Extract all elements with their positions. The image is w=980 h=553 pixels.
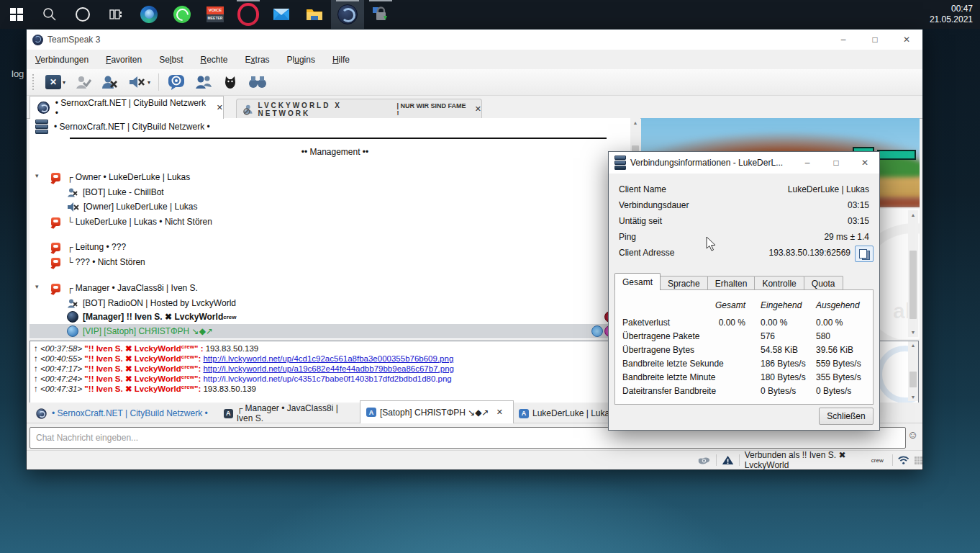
tab-erhalten[interactable]: Erhalten (707, 276, 756, 290)
image-link[interactable]: http://i.lvckyworld.net/up/a19c682e44fe4… (203, 364, 453, 373)
chat-line: ↑ <00:47:17> "!! Iven S. ✖ LvckyWorldcre… (34, 364, 454, 374)
whisper-button[interactable] (219, 72, 242, 92)
resize-grip[interactable] (915, 457, 922, 464)
task-view-button[interactable] (99, 0, 132, 29)
mute-microphone-button[interactable] (97, 72, 122, 92)
mail-button[interactable] (265, 0, 298, 29)
scrollbar-thumb[interactable] (909, 251, 917, 319)
server-tab-lvckyworld[interactable]: LVCKYWORLD X NETWORK | NUR WIR SIND FAME… (236, 99, 482, 119)
menu-hilfe[interactable]: Hilfe (324, 55, 358, 65)
collapse-icon[interactable]: ▾ (35, 172, 39, 179)
start-button[interactable] (0, 0, 33, 29)
minimize-button[interactable]: – (827, 30, 859, 50)
dialog-maximize-button[interactable]: □ (822, 152, 850, 174)
user-chillbot[interactable]: [BOT] Luke - ChillBot (30, 185, 640, 199)
chat-tab-label: ┌ Manager • JavaClass8i | Iven S. (237, 403, 355, 423)
user-satoph-selected[interactable]: [VIP] [Satoph] CHЯISTΦPH ↘◆↗ (30, 324, 640, 338)
image-link[interactable]: http://i.lvckyworld.net/up/c4351c7babe0f… (203, 374, 451, 383)
menu-rechte[interactable]: Rechte (192, 55, 237, 65)
scroll-up-icon[interactable]: ▲ (911, 210, 916, 217)
cloud-sync-icon[interactable] (697, 455, 711, 465)
user-iven[interactable]: [Manager] !! Iven S. ✖ LvckyWorld crew M (30, 310, 640, 324)
channel-owner[interactable]: ▾ ┌ Owner • LukeDerLuke | Lukas (30, 170, 640, 184)
file-explorer-button[interactable] (298, 0, 331, 29)
chat-tab-satoph[interactable]: A [Satoph] CHЯISTΦPH ↘◆↗ ✕ (360, 400, 514, 423)
windows-logo-icon (10, 8, 23, 21)
caret-down-icon[interactable]: ▾ (148, 79, 150, 86)
menu-favoriten[interactable]: Favoriten (97, 55, 150, 65)
stat-label: Dateitransfer Bandbreite (622, 386, 716, 396)
window-titlebar[interactable]: TeamSpeak 3 – □ ✕ (27, 30, 922, 50)
disconnect-button[interactable]: ✕▾ (42, 72, 68, 92)
mute-speakers-button[interactable]: ▾ (124, 72, 153, 92)
tab-sprache[interactable]: Sprache (660, 276, 708, 290)
clients-icon (194, 74, 213, 90)
chat-message-input[interactable] (30, 433, 905, 443)
close-tab-icon[interactable]: ✕ (475, 104, 481, 114)
dialog-close-button[interactable]: ✕ (850, 152, 879, 174)
server-tab-sernoxcraft[interactable]: • SernoxCraft.NET | CityBuild Netzwerk •… (30, 96, 224, 119)
tab-gesamt[interactable]: Gesamt (614, 273, 661, 290)
teamspeak-taskbar-button[interactable] (331, 0, 364, 29)
wifi-icon[interactable] (898, 455, 909, 465)
contacts-button[interactable] (164, 72, 189, 92)
user-radioon[interactable]: [BOT] RadioON | Hosted by LvckyWorld (30, 296, 640, 310)
edge-button[interactable] (132, 0, 165, 29)
warning-icon[interactable] (722, 454, 734, 466)
away-toggle-button[interactable] (71, 72, 94, 92)
scrollbar-thumb[interactable] (909, 372, 917, 387)
scroll-up-icon[interactable]: ▲ (633, 118, 638, 125)
channel-clients-button[interactable] (191, 72, 216, 92)
emoticon-button[interactable]: ☺ (907, 428, 918, 441)
scroll-up-icon[interactable]: ▲ (911, 341, 916, 348)
edge-icon (140, 6, 158, 23)
search-icon (42, 6, 58, 22)
connection-status-sup: crew (871, 457, 884, 464)
channel-manager[interactable]: ▾ ┌ Manager • JavaClass8i | Iven S. (30, 281, 640, 295)
chat-tab-channel-manager[interactable]: A ┌ Manager • JavaClass8i | Iven S. (218, 404, 361, 423)
tab-quota[interactable]: Quota (804, 276, 843, 290)
channel-owner-dnd[interactable]: └ LukeDerLuke | Lukas • Nicht Stören (30, 215, 640, 229)
menu-plugins[interactable]: Plugins (278, 55, 324, 65)
opera-button[interactable] (232, 0, 265, 29)
toolbar-grip[interactable] (32, 74, 37, 90)
collapse-icon[interactable]: ▾ (35, 283, 39, 290)
moderated-channel-icon (51, 217, 60, 226)
dialog-minimize-button[interactable]: – (793, 152, 822, 174)
close-tab-icon[interactable]: ✕ (496, 408, 503, 417)
chat-tab-server[interactable]: • SernoxCraft.NET | CityBuild Netzwerk • (30, 404, 220, 423)
whatsapp-button[interactable] (165, 0, 199, 29)
menu-verbindungen[interactable]: Verbindungen (27, 55, 97, 65)
search-button[interactable] (33, 0, 66, 29)
image-link[interactable]: http://i.lvckyworld.net/up/4cd1c92ac561a… (203, 354, 453, 363)
server-row[interactable]: • SernoxCraft.NET | CityBuild Netzwerk • (30, 120, 640, 134)
scroll-down-icon[interactable]: ▼ (911, 330, 916, 337)
subscribe-all-button[interactable] (245, 72, 271, 92)
menu-extras[interactable]: Extras (237, 55, 278, 65)
caret-down-icon[interactable]: ▾ (63, 79, 65, 86)
locker-button[interactable] (364, 0, 397, 29)
chat-scrollbar[interactable]: ▲ ▼ (908, 341, 918, 401)
close-button[interactable]: ✕ (891, 30, 922, 50)
server-name: • SernoxCraft.NET | CityBuild Netzwerk • (54, 122, 210, 132)
user-owner-lukederluke[interactable]: [Owner] LukeDerLuke | Lukas (30, 199, 640, 214)
channel-leitung-dnd[interactable]: └ ??? • Nicht Stören (30, 255, 640, 269)
tab-kontrolle[interactable]: Kontrolle (754, 276, 804, 290)
private-chat-icon: A (519, 409, 529, 418)
scroll-down-icon[interactable]: ▼ (911, 395, 916, 401)
info-scrollbar[interactable]: ▲ ▼ (908, 210, 918, 337)
close-tab-icon[interactable]: ✕ (217, 103, 223, 112)
server-status-icon (37, 102, 50, 114)
cortana-button[interactable] (66, 0, 99, 29)
voicemeeter-button[interactable]: VOICEMEETER (199, 0, 232, 29)
dialog-titlebar[interactable]: Verbindungsinformationen - LukeDerL... –… (609, 152, 879, 174)
taskbar-clock[interactable]: 00:47 21.05.2021 (930, 4, 980, 25)
maximize-button[interactable]: □ (859, 30, 891, 50)
channel-leitung[interactable]: ┌ Leitung • ??? (30, 240, 640, 254)
spacer-channel-management[interactable]: •• Management •• (30, 145, 640, 159)
away-icon (74, 74, 91, 90)
copy-address-button[interactable] (855, 246, 874, 262)
menu-selbst[interactable]: Selbst (150, 55, 191, 65)
poke-arrow-icon: ↑ (34, 354, 38, 363)
schliessen-button[interactable]: Schließen (819, 408, 874, 425)
